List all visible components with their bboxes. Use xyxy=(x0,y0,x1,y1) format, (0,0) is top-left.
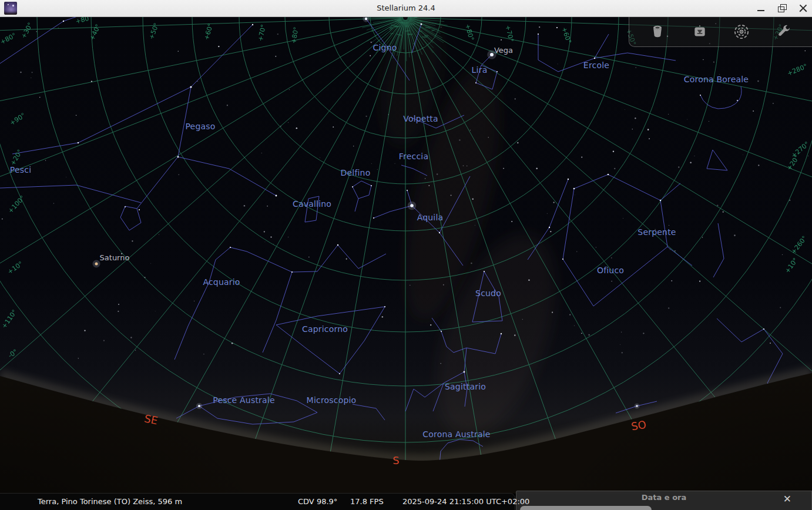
grid-label: +40° xyxy=(88,23,102,42)
constellation-label: Pesci xyxy=(10,165,31,175)
window-controls xyxy=(757,0,807,16)
status-fov: CDV 98.9° xyxy=(298,494,337,510)
grid-label: +20° xyxy=(786,153,801,172)
object-label: Saturno xyxy=(100,253,130,262)
object-label: Vega xyxy=(494,46,513,55)
status-fps: 17.8 FPS xyxy=(350,494,384,510)
oculars-toolbar xyxy=(629,16,812,47)
sky-labels-layer: CignoLiraErcoleCorona BorealePegasoVolpe… xyxy=(0,16,812,494)
grid-label: +80° xyxy=(290,26,300,45)
grid-label: +110° xyxy=(0,308,18,330)
constellation-label: Capricorno xyxy=(302,324,348,334)
constellation-label: Cavallino xyxy=(293,199,331,209)
stellarium-window: Stellarium 24.4 Ci xyxy=(0,0,812,510)
grid-label: +100° xyxy=(6,194,26,215)
cardinal-label: S xyxy=(392,454,399,467)
constellation-label: Sagittario xyxy=(445,382,486,391)
restore-icon[interactable] xyxy=(778,4,786,12)
constellation-label: Serpente xyxy=(637,227,676,237)
constellation-label: Volpetta xyxy=(403,114,438,123)
title-bar: Stellarium 24.4 xyxy=(0,0,812,17)
grid-label: +260° xyxy=(790,234,808,256)
constellation-label: Acquario xyxy=(203,277,240,287)
grid-label: +20° xyxy=(9,148,24,166)
status-bar: Terra, Pino Torinese (TO) Zeiss, 596 m C… xyxy=(0,493,515,510)
window-title: Stellarium 24.4 xyxy=(0,0,812,16)
grid-label: +60° xyxy=(560,26,572,44)
constellation-label: Scudo xyxy=(475,288,501,298)
constellation-label: Ofiuco xyxy=(597,266,624,275)
grid-label: +80° xyxy=(0,32,18,46)
constellation-label: Cigno xyxy=(373,43,397,52)
grid-label: -0° xyxy=(7,348,19,360)
grid-label: +70° xyxy=(504,25,515,43)
grid-label: +80° xyxy=(464,23,475,41)
sensor-icon[interactable] xyxy=(691,23,709,41)
grid-label: +10° xyxy=(783,257,799,275)
grid-label: +80 xyxy=(75,16,90,25)
grid-label: +50° xyxy=(147,22,160,40)
constellation-label: Freccia xyxy=(399,152,428,161)
cardinal-label: SE xyxy=(143,412,159,427)
datetime-dialog: Data e ora ✕ xyxy=(516,491,812,510)
close-icon[interactable]: ✕ xyxy=(783,492,791,505)
status-datetime: 2025-09-24 21:15:00 UTC+02:00 xyxy=(402,494,529,510)
constellation-label: Corona Boreale xyxy=(684,75,749,84)
constellation-label: Microscopio xyxy=(307,395,357,405)
status-location: Terra, Pino Torinese (TO) Zeiss, 596 m xyxy=(38,494,182,510)
datetime-dialog-title: Data e ora xyxy=(516,493,811,502)
grid-label: +280° xyxy=(786,62,808,77)
constellation-label: Delfino xyxy=(341,168,371,177)
constellation-label: Pesce Australe xyxy=(213,395,274,405)
sky-viewport[interactable]: CignoLiraErcoleCorona BorealePegasoVolpe… xyxy=(0,16,812,494)
datetime-dialog-widget[interactable] xyxy=(520,506,652,510)
ocular-icon[interactable] xyxy=(649,23,666,41)
constellation-label: Lira xyxy=(472,65,488,75)
grid-label: +10° xyxy=(6,260,25,276)
grid-label: +60° xyxy=(203,22,214,41)
constellation-label: Pegaso xyxy=(185,122,215,131)
telrad-icon[interactable] xyxy=(733,23,750,41)
grid-label: +70° xyxy=(257,24,268,42)
constellation-label: Aquila xyxy=(417,213,444,222)
grid-label: +30° xyxy=(20,21,35,39)
constellation-label: Corona Australe xyxy=(422,430,490,439)
cardinal-label: SO xyxy=(630,418,647,432)
constellation-label: Ercole xyxy=(583,61,609,70)
grid-label: +90° xyxy=(8,112,26,127)
minimize-icon[interactable] xyxy=(757,4,765,12)
close-icon[interactable] xyxy=(799,4,807,12)
wrench-icon[interactable] xyxy=(775,23,793,41)
